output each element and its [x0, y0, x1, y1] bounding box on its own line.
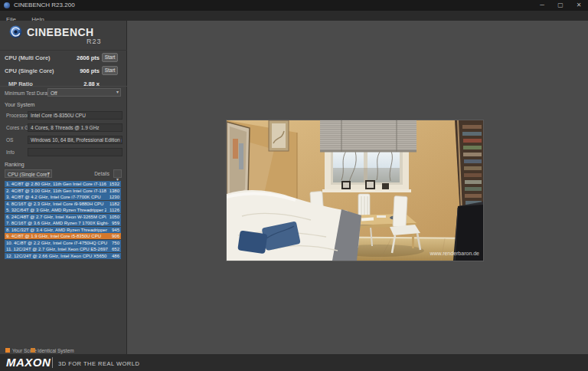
ranking-row-score: 750	[112, 241, 119, 245]
ranking-row-name: 10. 4C/8T @ 2.2 GHz, Intel Core i7-4750H…	[6, 241, 109, 245]
ranking-row[interactable]: 8. 16C/32T @ 3.4 GHz, AMD Ryzen Threadri…	[5, 227, 121, 233]
system-fields: ProcessorIntel Core i5-8350U CPUCores x …	[0, 111, 127, 160]
system-field-row: Info	[0, 148, 127, 156]
ranking-row-score: 1050	[109, 215, 119, 219]
maxon-logo: MAXON	[6, 356, 51, 369]
app-icon	[4, 2, 10, 8]
divider	[0, 50, 127, 51]
ranking-row-score: 1380	[109, 189, 119, 193]
divider	[52, 357, 53, 368]
ranking-row-name: 3. 4C/8T @ 4.2 GHz, Intel Core i7-7700K …	[6, 195, 106, 199]
system-field-value[interactable]: Windows 10, 64 Bit, Professional Edition…	[28, 136, 122, 144]
chevron-down-icon: ▾	[116, 89, 119, 96]
ranking-row-name: 12. 12C/24T @ 2.66 GHz, Intel Xeon CPU X…	[6, 254, 109, 258]
ranking-row[interactable]: 11. 12C/24T @ 2.7 GHz, Intel Xeon CPU E5…	[5, 246, 121, 252]
window-title: CINEBENCH R23.200	[14, 2, 75, 8]
ranking-row[interactable]: 1. 4C/8T @ 2.80 GHz, 11th Gen Intel Core…	[5, 181, 121, 187]
score-row: CPU (Single Core)906 ptsStart	[0, 65, 127, 78]
system-field-value[interactable]: 4 Cores, 8 Threads @ 1.9 GHz	[28, 123, 122, 132]
score-value: 906 pts	[80, 67, 100, 74]
chevron-down-icon: ▾	[47, 170, 50, 177]
system-field-label: OS	[6, 137, 13, 143]
ranking-row-score: 959	[112, 221, 119, 225]
ranking-section-title: Ranking	[5, 162, 24, 167]
system-field-label: Processor	[6, 113, 28, 118]
ranking-row-name: 2. 4C/8T @ 3.00 GHz, 11th Gen Intel Core…	[6, 189, 106, 193]
ranking-row-score: 1230	[109, 195, 119, 199]
footer-bar: MAXON 3D FOR THE REAL WORLD	[0, 354, 588, 371]
ranking-row-score: 652	[112, 247, 119, 251]
identical-system-label: Identical System	[38, 348, 74, 353]
ranking-row-name: 9. 4C/8T @ 1.9 GHz, Intel Core i5-8350U …	[6, 234, 109, 238]
system-field-row: OSWindows 10, 64 Bit, Professional Editi…	[0, 136, 127, 144]
left-panel: CINEBENCH R23 CPU (Multi Core)2606 ptsSt…	[0, 21, 127, 354]
title-bar: CINEBENCH R23.200 ─ ▢ ✕	[0, 0, 588, 11]
close-icon[interactable]: ✕	[570, 0, 588, 11]
render-watermark: www.renderbaron.de	[429, 251, 479, 256]
score-row: CPU (Multi Core)2606 ptsStart	[0, 52, 127, 65]
footer-tagline: 3D FOR THE REAL WORLD	[58, 360, 139, 367]
ranking-row-name: 7. 8C/16T @ 3.6 GHz, AMD Ryzen 7 1700X E…	[6, 221, 109, 225]
ranking-row-score: 1126	[109, 208, 119, 212]
system-field-row: ProcessorIntel Core i5-8350U CPU	[0, 111, 127, 120]
ranking-row-your-score[interactable]: 9. 4C/8T @ 1.9 GHz, Intel Core i5-8350U …	[5, 233, 121, 239]
ranking-row[interactable]: 5. 32C/64T @ 3 GHz, AMD Ryzen Threadripp…	[5, 207, 121, 213]
ranking-row[interactable]: 3. 4C/8T @ 4.2 GHz, Intel Core i7-7700K …	[5, 194, 121, 200]
system-field-value[interactable]	[28, 148, 122, 156]
ranking-row-score: 486	[112, 254, 119, 258]
ranking-row-name: 1. 4C/8T @ 2.80 GHz, 11th Gen Intel Core…	[6, 182, 106, 186]
divider	[0, 86, 127, 87]
cinebench-window: CINEBENCH R23.200 ─ ▢ ✕ File Help CINEBE…	[0, 0, 588, 371]
ranking-row-name: 6. 24C/48T @ 2.7 GHz, Intel Xeon W-3265M…	[6, 215, 106, 219]
your-score-swatch	[5, 348, 10, 353]
details-label: Details	[94, 171, 109, 176]
identical-system-swatch	[31, 348, 35, 353]
ranking-row-name: 5. 32C/64T @ 3 GHz, AMD Ryzen Threadripp…	[6, 208, 106, 212]
ranking-filter-value: CPU (Single Core)	[8, 172, 49, 177]
ranking-row-name: 11. 12C/24T @ 2.7 GHz, Intel Xeon CPU E5…	[6, 247, 109, 251]
system-field-label: Info	[6, 149, 15, 155]
logo-version: R23	[87, 38, 102, 45]
ranking-row[interactable]: 12. 12C/24T @ 2.66 GHz, Intel Xeon CPU X…	[5, 253, 121, 259]
ranking-row-score: 1532	[109, 182, 119, 186]
ranking-row[interactable]: 10. 4C/8T @ 2.2 GHz, Intel Core i7-4750H…	[5, 240, 121, 246]
test-duration-value: Off	[51, 90, 57, 96]
system-section-title: Your System	[5, 102, 34, 107]
test-duration-select[interactable]: Off ▾	[47, 88, 121, 97]
render-preview: www.renderbaron.de	[226, 120, 484, 261]
ranking-filter-select[interactable]: CPU (Single Core) ▾	[5, 169, 52, 178]
ranking-row[interactable]: 7. 8C/16T @ 3.6 GHz, AMD Ryzen 7 1700X E…	[5, 220, 121, 226]
menu-bar: File Help	[0, 11, 588, 21]
system-field-value[interactable]: Intel Core i5-8350U CPU	[28, 111, 122, 120]
start-button[interactable]: Start	[102, 66, 118, 75]
minimize-icon[interactable]: ─	[533, 0, 551, 11]
ranking-row[interactable]: 6. 24C/48T @ 2.7 GHz, Intel Xeon W-3265M…	[5, 214, 121, 220]
score-label: CPU (Single Core)	[5, 67, 54, 74]
logo-title: CINEBENCH	[27, 26, 94, 38]
maximize-icon[interactable]: ▢	[551, 0, 570, 11]
cinebench-logo-icon	[9, 25, 22, 38]
ranking-row-name: 8. 16C/32T @ 3.4 GHz, AMD Ryzen Threadri…	[6, 228, 109, 232]
ranking-row-name: 4. 8C/16T @ 2.3 GHz, Intel Core i9-9880H…	[6, 202, 106, 206]
score-value: 2606 pts	[77, 54, 100, 61]
details-toggle-button[interactable]: ▾	[113, 169, 122, 178]
ranking-row-score: 1182	[109, 202, 119, 206]
ranking-row[interactable]: 2. 4C/8T @ 3.00 GHz, 11th Gen Intel Core…	[5, 188, 121, 194]
ranking-row-score: 945	[112, 228, 119, 232]
score-label: CPU (Multi Core)	[5, 54, 51, 61]
start-button[interactable]: Start	[102, 53, 118, 62]
ranking-row-score: 906	[112, 234, 119, 238]
ranking-list: 1. 4C/8T @ 2.80 GHz, 11th Gen Intel Core…	[5, 181, 121, 259]
ranking-row[interactable]: 4. 8C/16T @ 2.3 GHz, Intel Core i9-9880H…	[5, 201, 121, 207]
system-field-row: Cores x Ghz4 Cores, 8 Threads @ 1.9 GHz	[0, 123, 127, 132]
